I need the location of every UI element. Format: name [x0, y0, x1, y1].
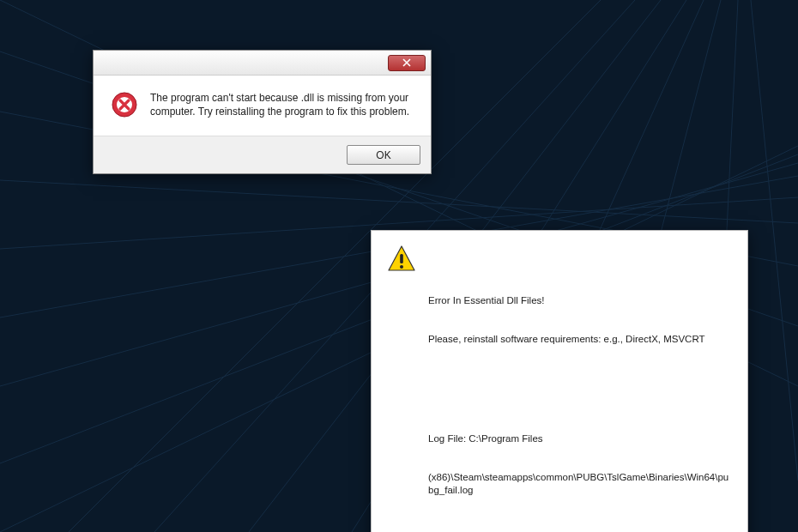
essential-dll-error-dialog: Error In Essential Dll Files! Please, re… — [371, 230, 748, 532]
error-subtitle: Please, reinstall software requirements:… — [428, 333, 732, 346]
error-icon — [111, 91, 138, 118]
warning-icon — [387, 245, 416, 274]
log-file-path: (x86)\Steam\steamapps\common\PUBG\TslGam… — [428, 471, 732, 497]
log-file-label: Log File: C:\Program Files — [428, 432, 732, 445]
ok-button[interactable]: OK — [347, 145, 420, 165]
dialog-body: The program can't start because .dll is … — [94, 76, 431, 136]
error-details: Error In Essential Dll Files! Please, re… — [428, 243, 732, 532]
dialog-body: Error In Essential Dll Files! Please, re… — [372, 231, 747, 532]
dialog-footer: OK — [94, 136, 431, 173]
error-message: The program can't start because .dll is … — [150, 91, 414, 118]
svg-rect-19 — [400, 254, 403, 263]
dialog-titlebar — [94, 51, 431, 76]
svg-point-20 — [400, 265, 403, 269]
svg-line-16 — [751, 0, 798, 481]
close-button[interactable] — [388, 55, 426, 71]
dll-missing-dialog: The program can't start because .dll is … — [93, 50, 432, 174]
error-title: Error In Essential Dll Files! — [428, 294, 732, 307]
close-icon — [402, 58, 411, 67]
svg-line-3 — [0, 180, 798, 223]
